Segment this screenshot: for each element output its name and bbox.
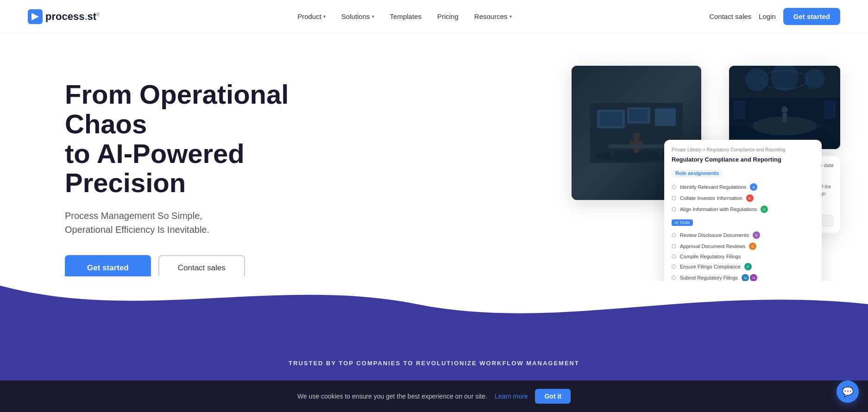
svg-rect-24 — [782, 113, 787, 122]
list-item: Approval Document Reviews E — [672, 241, 814, 252]
navbar: process.st® Product ▾ Solutions ▾ Templa… — [0, 0, 868, 33]
svg-rect-7 — [655, 108, 676, 126]
nav-product[interactable]: Product ▾ — [291, 9, 332, 24]
wave-transition: TRUSTED BY TOP COMPANIES TO REVOLUTIONIZ… — [0, 276, 868, 385]
svg-rect-4 — [599, 112, 623, 126]
get-started-nav-button[interactable]: Get started — [783, 8, 840, 25]
task-dot — [672, 254, 676, 259]
avatar: C — [761, 206, 768, 213]
hero-screenshot-secondary — [729, 66, 840, 149]
list-item: Identify Relevant Regulations A — [672, 181, 814, 193]
task-dot — [672, 185, 676, 189]
avatar: H — [750, 274, 757, 281]
nav-links: Product ▾ Solutions ▾ Templates Pricing … — [291, 9, 518, 24]
svg-rect-28 — [824, 100, 836, 119]
avatar: G — [742, 274, 749, 281]
nav-resources[interactable]: Resources ▾ — [468, 9, 518, 24]
conference-illustration — [729, 66, 840, 149]
task-dot — [672, 207, 676, 212]
nav-solutions[interactable]: Solutions ▾ — [335, 9, 381, 24]
list-item: Compile Regulatory Filings — [672, 252, 814, 261]
list-item: Collate Investor Information B — [672, 193, 814, 204]
hero-content: From Operational Chaos to AI-Powered Pre… — [65, 70, 324, 281]
login-button[interactable]: Login — [759, 12, 776, 20]
task-dot — [672, 233, 676, 237]
svg-rect-25 — [748, 124, 753, 127]
logo-icon — [28, 9, 43, 24]
svg-rect-14 — [611, 148, 614, 157]
logo[interactable]: process.st® — [28, 9, 100, 24]
ai-badge: AI TASK — [672, 219, 693, 226]
hero-subtitle: Process Management So Simple, Operationa… — [65, 209, 324, 237]
svg-rect-15 — [659, 148, 662, 157]
wave-svg — [0, 276, 868, 332]
hero-title: From Operational Chaos to AI-Powered Pre… — [65, 80, 324, 198]
avatar: D — [753, 231, 760, 239]
task-list: Identify Relevant Regulations A Collate … — [672, 181, 814, 281]
workflow-panel: Private Library > Regulatory Compliance … — [664, 140, 822, 281]
list-item: Ensure Filings Compliance F — [672, 261, 814, 272]
task-dot — [672, 244, 676, 249]
trusted-section: TRUSTED BY TOP COMPANIES TO REVOLUTIONIZ… — [0, 332, 868, 385]
avatar: F — [744, 263, 752, 270]
svg-rect-27 — [734, 100, 745, 119]
list-item: Align Information with Regulations C — [672, 204, 814, 215]
chevron-down-icon: ▾ — [323, 14, 326, 19]
nav-templates[interactable]: Templates — [384, 9, 428, 24]
logo-text: process.st® — [45, 11, 100, 23]
conference-image — [729, 66, 840, 149]
list-item: AI TASK — [672, 215, 814, 230]
task-dot — [672, 275, 676, 280]
panel-breadcrumb: Private Library > Regulatory Compliance … — [672, 147, 814, 152]
trusted-label: TRUSTED BY TOP COMPANIES TO REVOLUTIONIZ… — [9, 360, 859, 367]
nav-actions: Contact sales Login Get started — [709, 8, 840, 25]
svg-rect-13 — [609, 144, 664, 148]
avatar: A — [750, 183, 757, 191]
chevron-down-icon: ▾ — [509, 14, 512, 19]
task-dot — [672, 196, 676, 200]
nav-pricing[interactable]: Pricing — [431, 9, 465, 24]
hero-visuals: Private Library > Regulatory Compliance … — [572, 66, 840, 279]
svg-rect-6 — [629, 109, 648, 121]
panel-section-label: Role assignments — [672, 169, 723, 177]
avatar: E — [749, 243, 756, 250]
svg-point-18 — [745, 68, 768, 91]
svg-point-9 — [633, 132, 640, 140]
panel-title: Regulatory Compliance and Reporting — [672, 156, 814, 163]
list-item: Submit Regulatory Filings G H — [672, 272, 814, 281]
chevron-down-icon: ▾ — [372, 14, 374, 19]
svg-rect-26 — [816, 124, 822, 127]
cookie-banner: We use cookies to ensure you get the bes… — [0, 381, 868, 385]
task-dot — [672, 264, 676, 269]
avatar: B — [746, 194, 754, 202]
list-item: Review Disclosure Documents D — [672, 230, 814, 241]
contact-sales-nav-button[interactable]: Contact sales — [709, 12, 751, 20]
hero-section: From Operational Chaos to AI-Powered Pre… — [0, 33, 868, 281]
svg-point-23 — [781, 106, 788, 113]
